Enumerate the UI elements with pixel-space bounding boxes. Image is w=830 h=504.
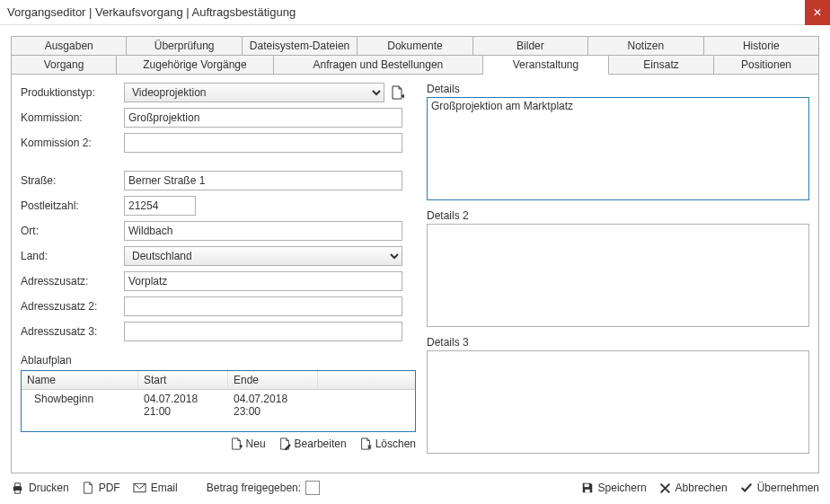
window-title: Vorgangseditor | Verkaufsvorgang | Auftr…	[7, 5, 296, 19]
ort-input[interactable]	[124, 221, 402, 241]
speichern-button[interactable]: Speichern	[581, 482, 647, 494]
details1-textarea[interactable]: Großprojektion am Marktplatz	[427, 97, 809, 200]
col-header-ende[interactable]: Ende	[228, 371, 318, 389]
uebernehmen-button[interactable]: Übernehmen	[740, 482, 819, 494]
email-button[interactable]: Email	[133, 482, 178, 494]
form-left-column: Produktionstyp: Videoprojektion Kommissi…	[21, 83, 416, 467]
zusatz-label: Adresszusatz:	[21, 275, 124, 287]
tab-ausgaben[interactable]: Ausgaben	[11, 36, 127, 56]
add-produktionstyp-button[interactable]	[390, 85, 404, 100]
uebernehmen-label: Übernehmen	[757, 482, 819, 494]
zusatz2-label: Adresszusatz 2:	[21, 300, 124, 313]
zusatz3-label: Adresszusatz 3:	[21, 325, 124, 338]
bearbeiten-button[interactable]: Bearbeiten	[278, 438, 347, 450]
tab-zugehoerige[interactable]: Zugehörige Vorgänge	[117, 55, 274, 75]
betrag-freigegeben: Betrag freigegeben:	[207, 481, 320, 495]
save-icon	[581, 482, 594, 494]
cell-name: Showbeginn	[22, 390, 138, 420]
svg-rect-2	[15, 490, 21, 493]
tab-panel-veranstaltung: Produktionstyp: Videoprojektion Kommissi…	[11, 74, 819, 473]
print-icon	[11, 482, 24, 495]
land-label: Land:	[21, 250, 124, 262]
grid-header: Name Start Ende	[22, 371, 415, 390]
pdf-label: PDF	[99, 482, 120, 494]
kommission2-input[interactable]	[124, 133, 402, 153]
titlebar: Vorgangseditor | Verkaufsvorgang | Auftr…	[0, 0, 830, 25]
ablaufplan-grid[interactable]: Name Start Ende Showbeginn 04.07.2018 21…	[21, 370, 416, 432]
drucken-button[interactable]: Drucken	[11, 482, 69, 495]
check-icon	[740, 482, 753, 494]
svg-rect-1	[15, 482, 21, 486]
tab-bilder[interactable]: Bilder	[473, 36, 588, 56]
ablaufplan-section: Ablaufplan Name Start Ende Showbeginn 04…	[21, 354, 416, 450]
drucken-label: Drucken	[29, 482, 69, 494]
strasse-input[interactable]	[124, 171, 402, 190]
footer-bar: Drucken PDF Email Betrag freigegeben: Sp…	[0, 473, 830, 504]
col-header-start[interactable]: Start	[138, 371, 228, 389]
table-row[interactable]: Showbeginn 04.07.2018 21:00 04.07.2018 2…	[22, 390, 415, 420]
speichern-label: Speichern	[598, 482, 647, 494]
plz-input[interactable]	[124, 196, 196, 216]
kommission-label: Kommission:	[21, 111, 124, 124]
details3-label: Details 3	[427, 336, 809, 349]
zusatz3-input[interactable]	[124, 322, 402, 341]
tab-positionen[interactable]: Positionen	[714, 55, 819, 75]
cell-start: 04.07.2018 21:00	[138, 390, 228, 420]
details2-label: Details 2	[427, 209, 809, 222]
close-button[interactable]: ✕	[805, 0, 830, 25]
neu-button[interactable]: Neu	[230, 438, 266, 450]
loeschen-label: Löschen	[375, 438, 416, 450]
col-header-name[interactable]: Name	[22, 371, 138, 389]
tab-historie[interactable]: Historie	[704, 36, 819, 56]
tab-anfragen[interactable]: Anfragen und Bestellungen	[274, 55, 483, 75]
tab-notizen[interactable]: Notizen	[588, 36, 703, 56]
email-label: Email	[151, 482, 178, 494]
strasse-label: Straße:	[21, 174, 124, 187]
abbrechen-button[interactable]: Abbrechen	[659, 482, 728, 494]
land-select[interactable]: Deutschland	[124, 246, 402, 266]
grid-body: Showbeginn 04.07.2018 21:00 04.07.2018 2…	[22, 390, 415, 431]
pdf-button[interactable]: PDF	[82, 482, 120, 494]
tabs-row-1: Ausgaben Überprüfung Dateisystem-Dateien…	[11, 36, 819, 55]
close-icon: ✕	[813, 6, 822, 19]
tab-dokumente[interactable]: Dokumente	[358, 36, 472, 56]
details3-textarea[interactable]	[427, 350, 809, 454]
betrag-checkbox[interactable]	[305, 481, 320, 495]
details1-label: Details	[427, 83, 809, 95]
content-area: Ausgaben Überprüfung Dateisystem-Dateien…	[0, 25, 830, 473]
tab-dateisystem[interactable]: Dateisystem-Dateien	[243, 36, 358, 56]
bearbeiten-label: Bearbeiten	[295, 438, 347, 450]
document-edit-icon	[278, 438, 291, 450]
tab-veranstaltung[interactable]: Veranstaltung	[483, 55, 609, 75]
pdf-icon	[82, 482, 94, 494]
cell-rest	[318, 390, 415, 420]
svg-rect-5	[585, 490, 589, 493]
cell-ende: 04.07.2018 23:00	[228, 390, 318, 420]
zusatz-input[interactable]	[124, 271, 402, 291]
document-plus-icon	[230, 438, 243, 450]
tab-vorgang[interactable]: Vorgang	[11, 55, 117, 75]
loeschen-button[interactable]: Löschen	[359, 438, 416, 450]
produktionstyp-label: Produktionstyp:	[21, 86, 124, 99]
ort-label: Ort:	[21, 225, 124, 237]
zusatz2-input[interactable]	[124, 296, 402, 316]
tab-einsatz[interactable]: Einsatz	[609, 55, 714, 75]
tab-ueberpruefung[interactable]: Überprüfung	[127, 36, 242, 56]
betrag-label: Betrag freigegeben:	[207, 482, 301, 494]
ablaufplan-title: Ablaufplan	[21, 354, 416, 367]
abbrechen-label: Abbrechen	[675, 482, 728, 494]
ablauf-actions: Neu Bearbeiten Löschen	[21, 438, 416, 450]
details-right-column: Details Großprojektion am Marktplatz Det…	[427, 83, 809, 467]
document-plus-icon	[390, 85, 404, 100]
tabs-row-2: Vorgang Zugehörige Vorgänge Anfragen und…	[11, 55, 819, 74]
plz-label: Postleitzahl:	[21, 199, 124, 212]
neu-label: Neu	[246, 438, 266, 450]
cancel-icon	[659, 482, 671, 494]
produktionstyp-select[interactable]: Videoprojektion	[124, 83, 384, 102]
col-header-rest	[318, 371, 415, 389]
svg-rect-4	[584, 484, 588, 488]
tabstrip: Ausgaben Überprüfung Dateisystem-Dateien…	[11, 36, 819, 473]
details2-textarea[interactable]	[427, 224, 809, 327]
kommission2-label: Kommission 2:	[21, 137, 124, 149]
kommission-input[interactable]	[124, 108, 402, 128]
